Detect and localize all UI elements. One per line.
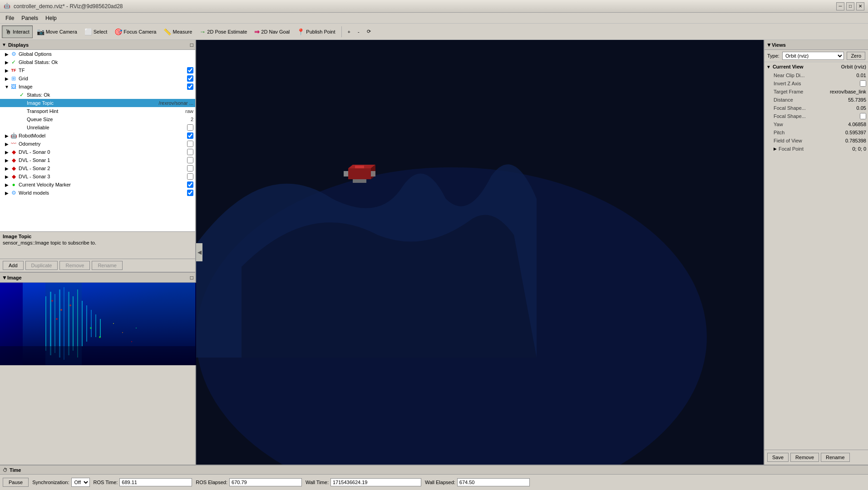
expand-global-options[interactable]: ▶ xyxy=(4,52,10,57)
expand-global-status[interactable]: ▶ xyxy=(4,60,10,65)
tree-item-dvl-sonar0[interactable]: ▶ ◆ DVL - Sonar 0 xyxy=(0,148,195,156)
displays-collapse-icon[interactable]: ▼ xyxy=(2,42,6,47)
2d-pose-button[interactable]: → 2D Pose Estimate xyxy=(196,25,250,38)
zoom-in-button[interactable]: + xyxy=(345,25,354,38)
viewport-collapse-arrow[interactable]: ◀ xyxy=(196,243,202,261)
type-select[interactable]: Orbit (rviz) xyxy=(782,52,844,60)
measure-button[interactable]: 📏 Measure xyxy=(160,25,195,38)
interact-button[interactable]: 🖱 Interact xyxy=(2,25,33,38)
toolbar-separator xyxy=(341,26,342,37)
dvl-sonar1-checkbox[interactable] xyxy=(187,157,193,163)
zero-button[interactable]: Zero xyxy=(847,52,865,60)
add-button[interactable]: Add xyxy=(3,261,24,270)
rename-button[interactable]: Rename xyxy=(92,261,123,270)
minimize-button[interactable]: ─ xyxy=(836,2,844,10)
expand-current-velocity[interactable]: ▶ xyxy=(4,182,10,187)
current-view-header: ▼ Current View Orbit (rviz) xyxy=(766,64,866,69)
tree-item-dvl-sonar2[interactable]: ▶ ◆ DVL - Sonar 2 xyxy=(0,164,195,172)
robotmodel-checkbox[interactable] xyxy=(187,132,193,139)
current-velocity-icon: ● xyxy=(10,181,17,188)
tree-item-dvl-sonar1[interactable]: ▶ ◆ DVL - Sonar 1 xyxy=(0,156,195,164)
odometry-checkbox[interactable] xyxy=(187,141,193,147)
remove-button[interactable]: Remove xyxy=(59,261,90,270)
image-panel-collapse-icon[interactable]: ▼ xyxy=(2,274,7,281)
current-velocity-checkbox[interactable] xyxy=(187,181,193,188)
displays-pin-icon[interactable]: □ xyxy=(190,42,193,48)
cv-row-focal-point[interactable]: ▶ Focal Point 0; 0; 0 xyxy=(766,145,866,153)
displays-tree[interactable]: ▶ ⚙ Global Options ▶ ✓ Global Status: Ok… xyxy=(0,50,195,231)
expand-dvl-sonar2[interactable]: ▶ xyxy=(4,166,10,171)
ros-elapsed-input[interactable] xyxy=(229,478,302,486)
menu-help[interactable]: Help xyxy=(42,14,60,22)
expand-robotmodel[interactable]: ▶ xyxy=(4,133,10,138)
expand-odometry[interactable]: ▶ xyxy=(4,142,10,147)
tree-item-queue-size[interactable]: ▶ Queue Size 2 xyxy=(0,115,195,123)
invert-z-checkbox[interactable] xyxy=(860,80,866,87)
tree-item-unreliable[interactable]: ▶ Unreliable xyxy=(0,123,195,132)
wall-elapsed-input[interactable] xyxy=(457,478,530,486)
expand-world-models[interactable]: ▶ xyxy=(4,191,10,196)
tree-item-image[interactable]: ▼ 🖼 Image xyxy=(0,83,195,91)
tree-item-dvl-sonar3[interactable]: ▶ ◆ DVL - Sonar 3 xyxy=(0,172,195,181)
unreliable-checkbox[interactable] xyxy=(187,124,193,131)
expand-image[interactable]: ▼ xyxy=(4,84,10,89)
dvl-sonar0-checkbox[interactable] xyxy=(187,149,193,155)
tree-item-world-models[interactable]: ▶ ⚙ World models xyxy=(0,189,195,197)
save-view-button[interactable]: Save xyxy=(767,453,789,462)
publish-point-button[interactable]: 📍 Publish Point xyxy=(294,25,338,38)
near-clip-value[interactable]: 0.01 xyxy=(830,73,866,78)
pitch-value[interactable]: 0.595397 xyxy=(830,130,866,135)
focal-shape-checkbox[interactable] xyxy=(860,113,866,119)
target-frame-value[interactable]: rexrov/base_link xyxy=(830,89,866,94)
focal-shape-size-value[interactable]: 0.05 xyxy=(830,105,866,111)
reset-view-button[interactable]: ⟳ xyxy=(364,25,374,38)
expand-grid[interactable]: ▶ xyxy=(4,76,10,81)
move-camera-button[interactable]: 📷 Move Camera xyxy=(34,25,80,38)
tree-item-global-status[interactable]: ▶ ✓ Global Status: Ok xyxy=(0,58,195,66)
tree-item-odometry[interactable]: ▶ 〰 Odometry xyxy=(0,140,195,148)
tf-checkbox[interactable] xyxy=(187,67,193,74)
sync-select[interactable]: Off xyxy=(71,478,90,487)
wall-time-input[interactable] xyxy=(330,478,421,486)
cv-row-distance: Distance 55.7395 xyxy=(766,96,866,104)
maximize-button[interactable]: □ xyxy=(846,2,854,10)
grid-checkbox[interactable] xyxy=(187,75,193,82)
current-view-expand-icon[interactable]: ▼ xyxy=(766,64,771,69)
views-collapse-icon[interactable]: ▼ xyxy=(766,42,772,48)
tree-item-robotmodel[interactable]: ▶ 🤖 RobotModel xyxy=(0,132,195,140)
expand-dvl-sonar3[interactable]: ▶ xyxy=(4,174,10,179)
dvl-sonar3-checkbox[interactable] xyxy=(187,173,193,180)
expand-dvl-sonar1[interactable]: ▶ xyxy=(4,158,10,163)
zoom-out-button[interactable]: - xyxy=(355,25,363,38)
select-button[interactable]: ⬜ Select xyxy=(81,25,111,38)
tree-item-grid[interactable]: ▶ ⊞ Grid xyxy=(0,74,195,83)
tree-item-image-topic[interactable]: ▶ Image Topic /rexrov/sonar ... xyxy=(0,99,195,107)
menu-file[interactable]: File xyxy=(2,14,18,22)
yaw-value[interactable]: 4.06858 xyxy=(830,122,866,127)
menu-panels[interactable]: Panels xyxy=(18,14,42,22)
focal-point-expand-icon[interactable]: ▶ xyxy=(774,147,777,151)
3d-viewport[interactable]: ◀ xyxy=(196,40,764,465)
expand-tf[interactable]: ▶ xyxy=(4,68,10,73)
duplicate-button[interactable]: Duplicate xyxy=(25,261,58,270)
tree-item-global-options[interactable]: ▶ ⚙ Global Options xyxy=(0,50,195,58)
remove-view-button[interactable]: Remove xyxy=(790,453,819,462)
tree-item-transport-hint[interactable]: ▶ Transport Hint raw xyxy=(0,107,195,115)
distance-value[interactable]: 55.7395 xyxy=(830,97,866,103)
tree-item-status-ok[interactable]: ▶ ✓ Status: Ok xyxy=(0,91,195,99)
focus-camera-button[interactable]: 🎯 Focus Camera xyxy=(111,25,159,38)
image-checkbox[interactable] xyxy=(187,83,193,90)
tree-item-current-velocity[interactable]: ▶ ● Current Velocity Marker xyxy=(0,181,195,189)
rename-view-button[interactable]: Rename xyxy=(821,453,850,462)
fov-value[interactable]: 0.785398 xyxy=(830,138,866,143)
tree-item-tf[interactable]: ▶ TF TF xyxy=(0,66,195,74)
dvl-sonar2-checkbox[interactable] xyxy=(187,165,193,172)
pause-button[interactable]: Pause xyxy=(3,478,29,487)
sonar-image-svg xyxy=(0,283,196,365)
ros-time-input[interactable] xyxy=(119,478,192,486)
close-button[interactable]: ✕ xyxy=(856,2,864,10)
2d-nav-button[interactable]: ⇒ 2D Nav Goal xyxy=(251,25,293,38)
expand-dvl-sonar0[interactable]: ▶ xyxy=(4,150,10,155)
world-models-checkbox[interactable] xyxy=(187,190,193,196)
image-panel-pin-icon[interactable]: □ xyxy=(190,274,193,281)
